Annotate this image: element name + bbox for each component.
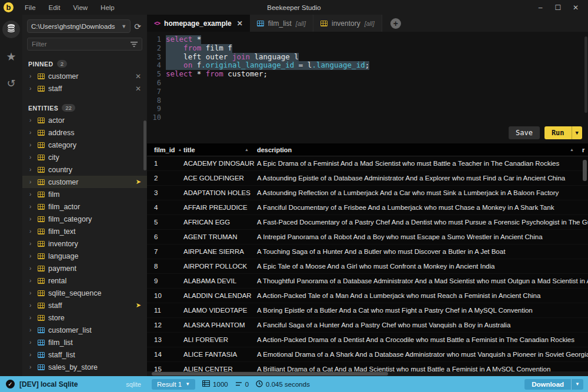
run-options-caret[interactable]: ▼: [572, 126, 582, 139]
unpin-icon[interactable]: ✕: [135, 72, 142, 81]
entity-item-language[interactable]: ›language: [22, 250, 147, 262]
run-button[interactable]: Run: [544, 126, 572, 139]
chevron-right-icon[interactable]: ›: [29, 166, 34, 173]
pin-icon[interactable]: ➤: [136, 301, 142, 309]
table-row[interactable]: 11ALAMO VIDEOTAPEA Boring Epistle of a B…: [147, 303, 588, 318]
menu-edit[interactable]: Edit: [44, 2, 66, 13]
sort-icon[interactable]: ▲: [245, 148, 249, 152]
column-header-partial[interactable]: r: [582, 146, 588, 153]
chevron-right-icon[interactable]: ›: [29, 191, 34, 197]
table-row[interactable]: 14ALICE FANTASIAA Emotional Drama of a A…: [147, 347, 588, 362]
chevron-right-icon[interactable]: ›: [29, 302, 34, 309]
grid-horizontal-scrollbar[interactable]: [152, 372, 388, 376]
column-header-title[interactable]: title ▲: [183, 146, 257, 153]
column-header-film-id[interactable]: film_id ▲: [147, 146, 183, 153]
chevron-right-icon[interactable]: ›: [29, 129, 34, 136]
pinned-item-customer[interactable]: ›customer✕: [22, 70, 147, 82]
entity-item-address[interactable]: ›address: [22, 126, 147, 139]
chevron-right-icon[interactable]: ›: [29, 117, 34, 123]
chevron-right-icon[interactable]: ›: [29, 154, 34, 160]
entity-item-staff_list[interactable]: ›staff_list: [22, 349, 147, 361]
history-rail-button[interactable]: ↺: [2, 75, 20, 92]
chevron-right-icon[interactable]: ›: [29, 253, 34, 259]
grid-vertical-scrollbar[interactable]: [583, 160, 587, 181]
chevron-right-icon[interactable]: ›: [29, 339, 34, 346]
sql-editor[interactable]: 1select *2 from film f3 left outer join …: [147, 32, 588, 143]
code-line[interactable]: 8: [147, 96, 588, 105]
chevron-right-icon[interactable]: ›: [29, 228, 34, 234]
entity-item-category[interactable]: ›category: [22, 139, 147, 151]
chevron-right-icon[interactable]: ›: [29, 314, 34, 321]
chevron-right-icon[interactable]: ›: [29, 364, 34, 370]
chevron-right-icon[interactable]: ›: [29, 327, 34, 333]
entity-item-staff[interactable]: ›staff➤: [22, 299, 147, 311]
entity-item-country[interactable]: ›country: [22, 163, 147, 176]
chevron-right-icon[interactable]: ›: [29, 73, 34, 79]
tab-homepage-example[interactable]: <> homepage_example ✕: [147, 15, 250, 32]
menu-file[interactable]: File: [19, 2, 41, 13]
entity-item-film[interactable]: ›film: [22, 188, 147, 200]
chevron-right-icon[interactable]: ›: [29, 142, 34, 148]
entity-item-film_text[interactable]: ›film_text: [22, 225, 147, 237]
table-row[interactable]: 6AGENT TRUMANA Intrepid Panorama of a Ro…: [147, 230, 588, 244]
code-line[interactable]: 2 from film f: [147, 44, 588, 53]
favorites-rail-button[interactable]: ★: [2, 48, 20, 65]
menu-view[interactable]: View: [68, 2, 93, 13]
entity-item-customer[interactable]: ›customer➤: [22, 176, 147, 188]
close-button[interactable]: ✕: [569, 4, 582, 12]
table-row[interactable]: 3ADAPTATION HOLESA Astounding Reflection…: [147, 186, 588, 200]
unpin-icon[interactable]: ✕: [135, 85, 142, 93]
chevron-right-icon[interactable]: ›: [29, 265, 34, 272]
code-line[interactable]: 7: [147, 88, 588, 96]
menu-help[interactable]: Help: [95, 2, 120, 13]
table-row[interactable]: 12ALASKA PHANTOMA Fanciful Saga of a Hun…: [147, 318, 588, 333]
code-line[interactable]: 1select *: [147, 35, 588, 44]
entity-item-actor[interactable]: ›actor: [22, 114, 147, 126]
table-row[interactable]: 8AIRPORT POLLOCKA Epic Tale of a Moose A…: [147, 259, 588, 274]
code-line[interactable]: 6: [147, 79, 588, 88]
code-line[interactable]: 4 on f.original_language_id = l.language…: [147, 61, 588, 70]
table-row[interactable]: 7AIRPLANE SIERRAA Touching Saga of a Hun…: [147, 244, 588, 259]
chevron-right-icon[interactable]: ›: [29, 290, 34, 296]
table-row[interactable]: 9ALABAMA DEVILA Thoughtful Panorama of a…: [147, 274, 588, 289]
tables-rail-button[interactable]: [2, 21, 20, 38]
chevron-right-icon[interactable]: ›: [29, 203, 34, 210]
sort-icon[interactable]: ▲: [570, 148, 574, 152]
editor-scrollbar[interactable]: [584, 36, 587, 113]
pin-icon[interactable]: ➤: [136, 178, 142, 186]
entity-item-film_actor[interactable]: ›film_actor: [22, 200, 147, 213]
database-selector[interactable]: C:\Users\ghstng\Downloads ▼: [27, 19, 131, 33]
entity-item-rental[interactable]: ›rental: [22, 274, 147, 287]
grid-horizontal-scrollbar-track[interactable]: [147, 371, 588, 376]
code-line[interactable]: 3 left outer join language l: [147, 53, 588, 62]
download-options-caret[interactable]: ▼: [571, 379, 583, 390]
code-line[interactable]: 9: [147, 105, 588, 113]
chevron-right-icon[interactable]: ›: [29, 85, 34, 92]
entity-item-film_list[interactable]: ›film_list: [22, 336, 147, 349]
new-tab-button[interactable]: +: [390, 18, 401, 29]
entity-item-store[interactable]: ›store: [22, 311, 147, 324]
table-row[interactable]: 2ACE GOLDFINGERA Astounding Epistle of a…: [147, 171, 588, 186]
column-header-description[interactable]: description ▲: [257, 146, 582, 153]
sidebar-scrollbar[interactable]: [143, 120, 146, 170]
entity-item-film_category[interactable]: ›film_category: [22, 213, 147, 225]
save-button[interactable]: Save: [509, 126, 540, 139]
table-row[interactable]: 1ACADEMY DINOSAURA Epic Drama of a Femin…: [147, 156, 588, 171]
table-row[interactable]: 13ALI FOREVERA Action-Packed Drama of a …: [147, 333, 588, 347]
chevron-right-icon[interactable]: ›: [29, 277, 34, 284]
entity-item-inventory[interactable]: ›inventory: [22, 237, 147, 250]
table-row[interactable]: 5AFRICAN EGGA Fast-Paced Documentary of …: [147, 215, 588, 230]
entity-item-sales_by_store[interactable]: ›sales_by_store: [22, 361, 147, 373]
chevron-right-icon[interactable]: ›: [29, 351, 34, 358]
code-line[interactable]: 10: [147, 113, 588, 122]
sort-icon[interactable]: ▲: [178, 148, 182, 152]
entity-item-city[interactable]: ›city: [22, 151, 147, 163]
result-selector[interactable]: Result 1 ▼: [152, 379, 195, 390]
filter-input[interactable]: Filter: [27, 38, 142, 51]
pinned-item-staff[interactable]: ›staff✕: [22, 82, 147, 95]
entity-item-customer_list[interactable]: ›customer_list: [22, 324, 147, 336]
maximize-button[interactable]: ☐: [552, 4, 564, 12]
table-row[interactable]: 4AFFAIR PREJUDICEA Fanciful Documentary …: [147, 200, 588, 215]
download-button[interactable]: Download: [524, 379, 571, 390]
tab-film-list[interactable]: film_list [all]: [250, 15, 313, 32]
